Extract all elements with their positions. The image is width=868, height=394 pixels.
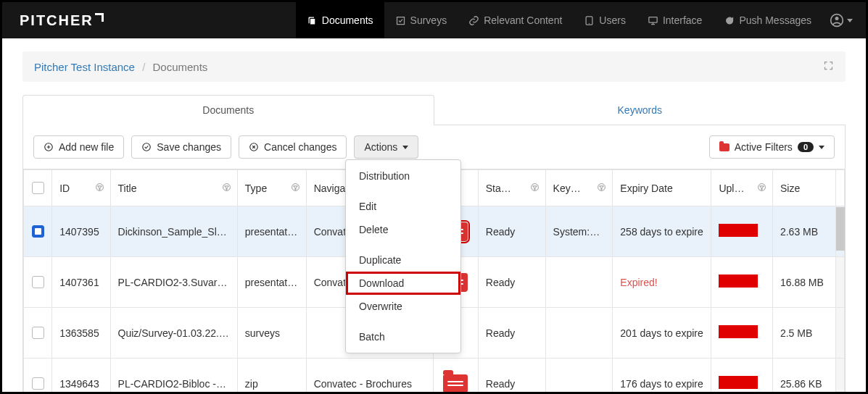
- action-download-label: Download: [359, 277, 404, 289]
- header-expiry-label: Expiry Date: [620, 183, 672, 194]
- cell-title: Dickinson_Sample_Sl…: [110, 206, 237, 257]
- filter-icon[interactable]: [530, 183, 540, 194]
- nav-surveys-label: Surveys: [410, 14, 447, 26]
- cell-keywords: System:AddE: [545, 206, 613, 257]
- action-distribution[interactable]: Distribution: [346, 164, 460, 188]
- tab-keywords-label: Keywords: [618, 104, 662, 116]
- header-size[interactable]: Size: [772, 170, 835, 206]
- header-size-label: Size: [780, 183, 800, 194]
- filter-icon[interactable]: [222, 183, 231, 194]
- nav-interface[interactable]: Interface: [637, 2, 713, 38]
- row-checkbox[interactable]: [24, 359, 52, 395]
- folder-icon: [443, 374, 468, 393]
- cell-expiry: 258 days to expire: [613, 206, 711, 257]
- active-filters-button[interactable]: Active Filters 0: [709, 135, 835, 159]
- breadcrumb-root[interactable]: Pitcher Test Instance: [34, 61, 135, 73]
- action-overwrite-label: Overwrite: [359, 301, 402, 312]
- header-checkbox[interactable]: [24, 170, 52, 206]
- check-square-icon: [395, 15, 406, 26]
- action-delete[interactable]: Delete: [346, 218, 460, 241]
- monitor-icon: [648, 15, 658, 26]
- tab-bar: Documents Keywords: [22, 95, 846, 125]
- header-title[interactable]: Title: [110, 170, 237, 206]
- cell-size: 25.86 KB: [772, 359, 835, 395]
- redacted-block: [719, 325, 758, 338]
- redacted-block: [719, 376, 758, 389]
- nav-push-messages[interactable]: Push Messages: [713, 2, 822, 38]
- cancel-changes-label: Cancel changes: [264, 141, 336, 153]
- filter-icon[interactable]: [95, 183, 104, 194]
- cell-scrollbar: [835, 257, 844, 308]
- nav-documents-label: Documents: [322, 14, 373, 26]
- checkbox-icon: [32, 225, 44, 238]
- svg-point-6: [143, 143, 151, 151]
- tab-keywords[interactable]: Keywords: [434, 95, 846, 125]
- cell-size: 2.5 MB: [772, 308, 835, 359]
- action-download[interactable]: Download: [346, 272, 460, 295]
- active-filters-label: Active Filters: [735, 141, 793, 153]
- header-id[interactable]: ID: [52, 170, 110, 206]
- filter-icon[interactable]: [291, 183, 300, 194]
- cell-category[interactable]: [433, 359, 478, 395]
- nav-interface-label: Interface: [663, 14, 702, 26]
- cell-scrollbar: [835, 308, 844, 359]
- cell-id: 1407395: [52, 206, 110, 257]
- cell-title: PL-CARDIO2-Bibloc -…: [110, 359, 237, 395]
- cell-expiry: 201 days to expire: [613, 308, 711, 359]
- cell-id: 1363585: [52, 308, 110, 359]
- row-checkbox[interactable]: [24, 257, 52, 308]
- action-batch[interactable]: Batch: [346, 325, 460, 348]
- actions-dropdown-button[interactable]: Actions: [354, 135, 418, 159]
- cancel-changes-button[interactable]: Cancel changes: [239, 135, 347, 159]
- header-status[interactable]: Sta…: [478, 170, 545, 206]
- header-keywords-label: Key…: [553, 183, 581, 194]
- cell-type: surveys: [237, 308, 306, 359]
- action-duplicate[interactable]: Duplicate: [346, 248, 460, 272]
- filter-icon[interactable]: [597, 183, 606, 194]
- top-navbar: PITCHER Documents Surveys Relevant Conte…: [2, 2, 866, 38]
- expand-icon[interactable]: [823, 60, 834, 73]
- header-keywords[interactable]: Key…: [545, 170, 613, 206]
- user-menu[interactable]: [830, 13, 853, 28]
- caret-down-icon: [402, 146, 408, 149]
- checkbox-icon: [32, 377, 44, 390]
- filter-icon[interactable]: [757, 183, 766, 194]
- cell-upload: [711, 257, 773, 308]
- nav-surveys[interactable]: Surveys: [384, 2, 458, 38]
- cell-upload: [711, 308, 773, 359]
- cell-upload: [711, 206, 773, 257]
- breadcrumb-sep: /: [142, 61, 145, 73]
- toolbar: Add new file Save changes Cancel changes…: [22, 125, 846, 169]
- action-overwrite[interactable]: Overwrite: [346, 295, 460, 318]
- action-delete-label: Delete: [359, 224, 388, 235]
- row-checkbox[interactable]: [24, 206, 52, 257]
- scrollbar-thumb[interactable]: [836, 207, 845, 251]
- add-new-file-button[interactable]: Add new file: [33, 135, 124, 159]
- action-edit-label: Edit: [359, 201, 376, 212]
- cell-type: zip: [237, 359, 306, 395]
- save-changes-button[interactable]: Save changes: [131, 135, 231, 159]
- nav-documents[interactable]: Documents: [296, 2, 384, 38]
- folder-icon: [719, 143, 729, 151]
- header-expiry[interactable]: Expiry Date: [613, 170, 711, 206]
- tablet-icon: [584, 15, 595, 26]
- nav-users[interactable]: Users: [573, 2, 637, 38]
- caret-down-icon: [819, 146, 824, 149]
- tab-documents[interactable]: Documents: [22, 95, 434, 125]
- nav-relevant-content[interactable]: Relevant Content: [458, 2, 573, 38]
- cell-type: presentation: [237, 257, 306, 308]
- row-checkbox[interactable]: [24, 308, 52, 359]
- cell-status: Ready: [478, 257, 545, 308]
- cell-type: presentation: [237, 206, 306, 257]
- header-type-label: Type: [245, 183, 267, 194]
- cell-status: Ready: [478, 308, 545, 359]
- table-row[interactable]: 1349643PL-CARDIO2-Bibloc -…zipConvatec -…: [24, 359, 845, 395]
- cell-id: 1407361: [52, 257, 110, 308]
- cell-scrollbar: [835, 359, 844, 395]
- header-upload[interactable]: Upl…: [711, 170, 773, 206]
- tab-documents-label: Documents: [202, 104, 254, 116]
- action-edit[interactable]: Edit: [346, 195, 460, 218]
- check-circle-icon: [141, 142, 152, 152]
- actions-dropdown-menu: Distribution Edit Delete Duplicate Downl…: [345, 159, 461, 353]
- header-type[interactable]: Type: [237, 170, 306, 206]
